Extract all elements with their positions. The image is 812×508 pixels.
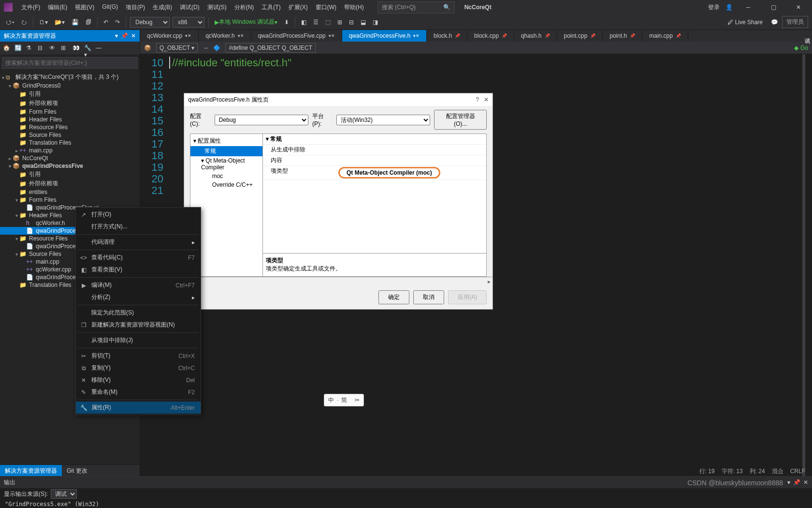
- tree-item[interactable]: 📁Form Files: [0, 196, 140, 204]
- properties-icon[interactable]: ⊞: [61, 45, 69, 52]
- config-select[interactable]: Debug: [130, 17, 170, 28]
- tree-item[interactable]: 📁外部依赖项: [0, 99, 140, 108]
- output-source-select[interactable]: 调试: [51, 489, 77, 499]
- maximize-button[interactable]: ▢: [764, 0, 783, 15]
- tab-solution-explorer[interactable]: 解决方案资源管理器: [0, 465, 62, 476]
- sync-icon[interactable]: 🔄: [14, 45, 22, 52]
- menu-测试(S)[interactable]: 测试(S): [203, 1, 231, 14]
- menu-调试(D)[interactable]: 调试(D): [176, 1, 203, 14]
- menu-项目(P)[interactable]: 项目(P): [122, 1, 149, 14]
- property-tree[interactable]: ▾ 配置属性 常规▾ Qt Meta-Object Compiler moc O…: [190, 134, 263, 276]
- editor-tab[interactable]: qcWorker.cpp ▾✕: [140, 30, 199, 42]
- dialog-tree-scroll[interactable]: ▸: [184, 277, 493, 285]
- nav-back-icon[interactable]: ⭯▾: [4, 18, 16, 27]
- tree-item[interactable]: ⧉解决方案"NcCoreQt"(3 个项目，共 3 个): [0, 73, 140, 82]
- ctx-item[interactable]: 打开方式(N)...: [76, 221, 201, 233]
- property-row[interactable]: 内容: [263, 155, 486, 166]
- ctx-item[interactable]: ✎重命名(M)F2: [76, 386, 201, 398]
- apply-button[interactable]: 应用(A): [448, 290, 487, 304]
- panel-close-icon[interactable]: ✕: [131, 32, 136, 39]
- open-icon[interactable]: 📂▾: [53, 18, 67, 27]
- tree-item[interactable]: 📁entities: [0, 188, 140, 196]
- preview-icon[interactable]: 👀: [72, 45, 80, 52]
- tool-g-icon[interactable]: ◨: [371, 18, 380, 27]
- collapse-icon[interactable]: ⊟: [38, 45, 45, 52]
- prop-tree-item[interactable]: Override C/C++: [190, 180, 262, 189]
- tree-item[interactable]: 📁引用: [0, 170, 140, 179]
- menu-帮助(H)[interactable]: 帮助(H): [340, 1, 368, 14]
- go-button[interactable]: ◆ Go: [794, 45, 808, 51]
- output-content[interactable]: "GrindProcess5.exe" (Win32) "GrindProces…: [0, 500, 812, 508]
- tree-item[interactable]: 📁Source Files: [0, 131, 140, 139]
- step-icon1[interactable]: ⬇: [282, 18, 291, 27]
- ctx-item[interactable]: ✂剪切(T)Ctrl+X: [76, 350, 201, 362]
- ctx-item[interactable]: ⧉复制(Y)Ctrl+C: [76, 362, 201, 374]
- menu-窗口(W)[interactable]: 窗口(W): [312, 1, 340, 14]
- ctx-item[interactable]: 代码清理 ▸: [76, 236, 201, 248]
- wrench-icon[interactable]: 🔧▾: [84, 45, 92, 52]
- tool-f-icon[interactable]: ⬓: [359, 18, 368, 27]
- menu-工具(T)[interactable]: 工具(T): [258, 1, 284, 14]
- ok-button[interactable]: 确定: [378, 290, 409, 304]
- prop-tree-item[interactable]: moc: [190, 172, 262, 180]
- tool-c-icon[interactable]: ⬚: [323, 18, 333, 27]
- ime-toolbar[interactable]: 中·简 ✂: [324, 394, 364, 406]
- menu-编辑(E)[interactable]: 编辑(E): [44, 1, 71, 14]
- tree-item[interactable]: 📁Header Files: [0, 116, 140, 123]
- property-grid[interactable]: ▾ 常规 从生成中排除 内容 项类型Qt Meta-Object Compile…: [263, 134, 486, 253]
- editor-tab[interactable]: qhash.h 📌: [514, 30, 557, 42]
- panel-pin-icon[interactable]: 📌: [793, 479, 800, 486]
- tree-item[interactable]: 📁Form Files: [0, 108, 140, 116]
- tab-git-changes[interactable]: Git 更改: [62, 465, 92, 476]
- editor-tab[interactable]: qwaGrindProcessFive.h ▾✕: [342, 30, 427, 42]
- ctx-item[interactable]: 🔧属性(R)Alt+Enter: [76, 402, 201, 414]
- ctx-item[interactable]: ↗打开(O): [76, 209, 201, 221]
- editor-tab[interactable]: qwaGrindProcessFive.cpp ▾✕: [251, 30, 342, 42]
- more-icon[interactable]: —: [96, 45, 103, 52]
- prop-tree-item[interactable]: ▾ 配置属性: [190, 136, 262, 146]
- panel-close-icon[interactable]: ✕: [803, 479, 808, 486]
- context-menu[interactable]: ↗打开(O)打开方式(N)...代码清理 ▸<>查看代码(C)F7◧查看类图(V…: [75, 207, 201, 415]
- redo-icon[interactable]: ↷: [113, 18, 122, 27]
- menu-生成(B)[interactable]: 生成(B): [149, 1, 176, 14]
- ctx-item[interactable]: ✕移除(V)Del: [76, 374, 201, 386]
- menu-Git(G)[interactable]: Git(G): [98, 1, 122, 14]
- property-row[interactable]: 项类型Qt Meta-Object Compiler (moc): [263, 166, 486, 180]
- feedback-icon[interactable]: 💬: [771, 19, 778, 26]
- minimap-scrollbar[interactable]: [802, 54, 805, 476]
- right-rail-debug[interactable]: 调试: [803, 30, 812, 38]
- prop-tree-item[interactable]: 常规: [190, 146, 262, 156]
- tree-item[interactable]: 📁引用: [0, 90, 140, 99]
- save-all-icon[interactable]: 🗐: [84, 18, 93, 27]
- platform-select[interactable]: x86: [173, 17, 204, 28]
- ctx-item[interactable]: 从项目中排除(J): [76, 334, 201, 346]
- solution-search-input[interactable]: [2, 57, 138, 69]
- member-dropdown[interactable]: #define Q_OBJECT Q_OBJECT: [225, 43, 316, 53]
- editor-tab[interactable]: block.cpp 📌: [467, 30, 514, 42]
- tree-item[interactable]: 📁Translation Files: [0, 139, 140, 147]
- save-icon[interactable]: 💾: [70, 18, 81, 27]
- ctx-item[interactable]: ◧查看类图(V): [76, 264, 201, 276]
- start-debug-button[interactable]: ▶ 本地 Windows 调试器 ▾: [213, 17, 279, 27]
- ctx-item[interactable]: 分析(Z) ▸: [76, 291, 201, 303]
- show-all-icon[interactable]: 👁: [49, 45, 57, 52]
- cancel-button[interactable]: 取消: [413, 290, 444, 304]
- tree-item[interactable]: 📦GrindProcess0: [0, 82, 140, 90]
- property-row[interactable]: 从生成中排除: [263, 145, 486, 155]
- panel-pin-icon[interactable]: 📌: [121, 32, 128, 39]
- tool-b-icon[interactable]: ☰: [311, 18, 320, 27]
- editor-tab[interactable]: point.cpp 📌: [557, 30, 603, 42]
- minimize-button[interactable]: ─: [739, 0, 758, 15]
- scope-dropdown[interactable]: Q_OBJECT ▾: [156, 43, 198, 53]
- menu-视图(V)[interactable]: 视图(V): [71, 1, 98, 14]
- tool-d-icon[interactable]: ⊞: [335, 18, 344, 27]
- editor-tab[interactable]: main.cpp 📌: [642, 30, 688, 42]
- tree-item[interactable]: 📁外部依赖项: [0, 179, 140, 188]
- editor-tab[interactable]: block.h 📌: [427, 30, 467, 42]
- ctx-item[interactable]: <>查看代码(C)F7: [76, 252, 201, 264]
- ctx-item[interactable]: ❐新建解决方案资源管理器视图(N): [76, 319, 201, 331]
- panel-dropdown-icon[interactable]: ▾: [787, 479, 790, 486]
- config-select[interactable]: Debug: [215, 115, 308, 125]
- dialog-close-icon[interactable]: ✕: [484, 96, 489, 103]
- login-link[interactable]: 登录: [708, 3, 720, 12]
